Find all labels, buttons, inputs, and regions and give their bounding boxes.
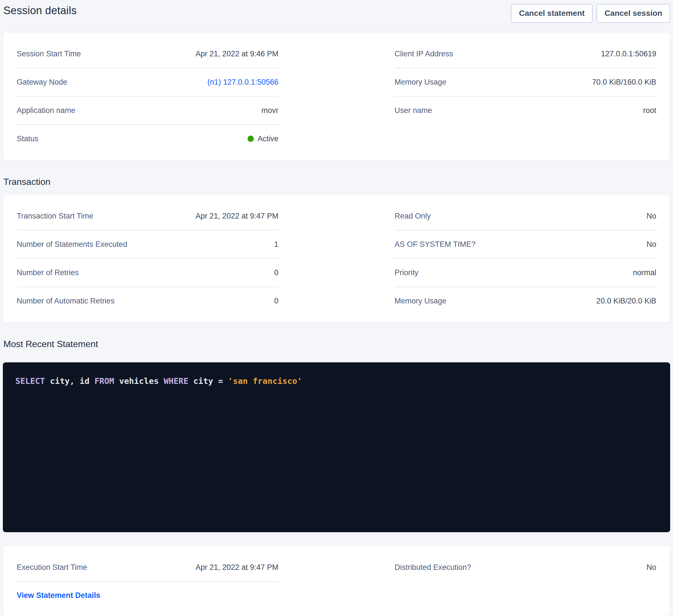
cancel-statement-button[interactable]: Cancel statement [511,4,593,23]
detail-label: Application name [17,106,75,115]
detail-row: Memory Usage 70.0 KiB/160.0 KiB [395,68,656,96]
detail-value: Apr 21, 2022 at 9:47 PM [195,212,278,221]
detail-value: No [646,563,656,572]
sql-statement-code: SELECT city, id FROM vehicles WHERE city… [15,376,302,386]
detail-value: 70.0 KiB/160.0 KiB [592,77,656,87]
status-active-dot-icon [248,135,254,142]
detail-row: Memory Usage 20.0 KiB/20.0 KiB [395,287,656,315]
detail-row: Transaction Start Time Apr 21, 2022 at 9… [17,202,278,231]
detail-value: normal [633,268,656,277]
session-left-column: Session Start Time Apr 21, 2022 at 9:46 … [17,40,278,152]
detail-label: Priority [395,268,418,277]
detail-row: Number of Statements Executed 1 [17,231,278,259]
detail-label: User name [395,106,432,115]
detail-value: root [643,106,656,115]
detail-label: AS OF SYSTEM TIME? [395,240,476,249]
detail-row: Number of Retries 0 [17,259,278,287]
detail-row: Gateway Node (n1) 127.0.0.1:50566 [17,68,278,96]
detail-row: Priority normal [395,259,656,287]
detail-row: User name root [395,96,656,124]
detail-row: Distributed Execution? No [395,554,656,581]
detail-row: AS OF SYSTEM TIME? No [395,231,656,259]
execution-left-column: Execution Start Time Apr 21, 2022 at 9:4… [17,554,278,608]
detail-row: Client IP Address 127.0.0.1:50619 [395,40,656,68]
execution-right-column: Distributed Execution? No [395,554,656,581]
detail-row: Read Only No [395,202,656,231]
detail-value: No [646,212,656,221]
header-actions: Cancel statement Cancel session [511,4,670,23]
detail-value: 0 [274,296,278,305]
status-text: Active [257,134,278,143]
detail-label: Read Only [395,212,431,221]
view-statement-details-link[interactable]: View Statement Details [17,591,100,600]
detail-label: Memory Usage [395,77,446,87]
session-details-card: Session Start Time Apr 21, 2022 at 9:46 … [3,32,670,160]
status-badge: Active [248,134,278,143]
detail-row: Status Active [17,125,278,152]
detail-value: Apr 21, 2022 at 9:47 PM [195,563,278,572]
transaction-card: Transaction Start Time Apr 21, 2022 at 9… [3,195,670,322]
detail-label: Distributed Execution? [395,563,471,572]
detail-label: Gateway Node [17,77,67,87]
cancel-session-button[interactable]: Cancel session [597,4,670,23]
detail-label: Number of Automatic Retries [17,296,115,305]
transaction-left-column: Transaction Start Time Apr 21, 2022 at 9… [17,202,278,315]
detail-label: Number of Retries [17,268,79,277]
detail-row: Session Start Time Apr 21, 2022 at 9:46 … [17,40,278,68]
transaction-right-column: Read Only No AS OF SYSTEM TIME? No Prior… [395,202,656,315]
detail-value: 20.0 KiB/20.0 KiB [596,296,656,305]
statement-heading: Most Recent Statement [3,339,673,349]
detail-value: 127.0.0.1:50619 [601,49,656,58]
detail-value: Apr 21, 2022 at 9:46 PM [195,49,278,58]
detail-label: Execution Start Time [17,563,87,572]
detail-row: Number of Automatic Retries 0 [17,287,278,315]
page-title: Session details [3,5,77,17]
detail-value: No [646,240,656,249]
execution-details-card: Execution Start Time Apr 21, 2022 at 9:4… [3,546,670,616]
view-statement-details-row: View Statement Details [17,582,278,608]
detail-label: Number of Statements Executed [17,240,127,249]
detail-row: Execution Start Time Apr 21, 2022 at 9:4… [17,554,278,582]
sql-statement-box: SELECT city, id FROM vehicles WHERE city… [3,362,670,532]
detail-label: Status [17,134,38,143]
page-header: Session details Cancel statement Cancel … [0,0,673,23]
detail-label: Client IP Address [395,49,453,58]
gateway-node-link[interactable]: (n1) 127.0.0.1:50566 [207,77,278,87]
detail-label: Memory Usage [395,296,446,305]
detail-value: movr [261,106,278,115]
detail-label: Session Start Time [17,49,81,58]
detail-value: 1 [274,240,278,249]
session-right-column: Client IP Address 127.0.0.1:50619 Memory… [395,40,656,124]
transaction-heading: Transaction [3,177,673,187]
detail-value: 0 [274,268,278,277]
detail-row: Application name movr [17,96,278,125]
detail-label: Transaction Start Time [17,212,93,221]
